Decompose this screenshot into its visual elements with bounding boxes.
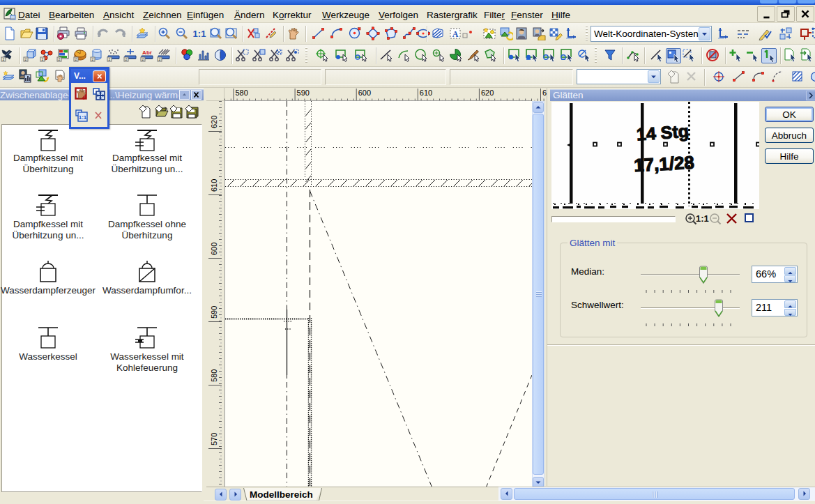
svg-text:590: 590 [210, 306, 218, 319]
svg-text:14 Stg: 14 Stg [636, 121, 690, 144]
svg-text:620: 620 [481, 89, 494, 97]
svg-text:2: 2 [42, 57, 44, 61]
svg-text:2: 2 [92, 57, 94, 61]
svg-text:570: 570 [210, 433, 218, 445]
svg-text:610: 610 [210, 179, 218, 192]
svg-text:600: 600 [358, 89, 371, 97]
svg-text:580: 580 [210, 369, 218, 382]
svg-text:2: 2 [142, 57, 144, 61]
svg-text:620: 620 [210, 116, 218, 128]
svg-text:610: 610 [420, 89, 432, 97]
svg-text:2: 2 [3, 57, 5, 61]
svg-text:2: 2 [125, 57, 128, 61]
svg-text:590: 590 [297, 89, 310, 97]
svg-text:2: 2 [59, 57, 61, 61]
svg-text:580: 580 [236, 89, 248, 97]
svg-text:2: 2 [25, 57, 27, 61]
svg-text:2: 2 [109, 57, 111, 61]
svg-text:Abr: Abr [142, 49, 152, 56]
svg-text:1:1: 1:1 [79, 114, 87, 121]
svg-text:A: A [452, 29, 459, 39]
svg-text:2: 2 [159, 57, 161, 61]
svg-text:2: 2 [75, 57, 77, 61]
svg-text:600: 600 [210, 243, 218, 255]
svg-text:1:1: 1:1 [193, 29, 206, 39]
svg-text:17,1/28: 17,1/28 [633, 152, 694, 176]
